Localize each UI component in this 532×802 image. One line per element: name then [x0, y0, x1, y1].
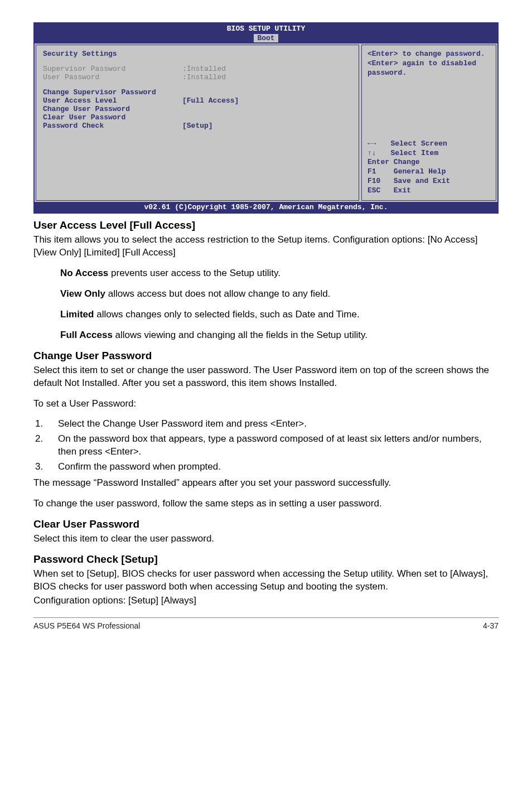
password-check-body: When set to [Setup], BIOS checks for use…	[33, 568, 499, 593]
change-supervisor-password-item: Change Supervisor Password	[43, 88, 352, 96]
clear-user-password-heading: Clear User Password	[33, 518, 499, 530]
user-access-level-row: User Access Level [Full Access]	[43, 96, 352, 105]
bios-footer: v02.61 (C)Copyright 1985-2007, American …	[35, 202, 497, 212]
key-change: Enter Change	[367, 158, 490, 167]
help-text-2: <Enter> again to disabled password.	[367, 59, 490, 78]
user-access-level-label: User Access Level	[43, 96, 182, 105]
security-settings-heading: Security Settings	[43, 50, 352, 58]
supervisor-password-row: Supervisor Password :Installed	[43, 65, 352, 73]
supervisor-password-label: Supervisor Password	[43, 65, 182, 73]
bios-title: BIOS SETUP UTILITY	[35, 23, 497, 34]
arrows-lr-icon: ←→	[367, 139, 378, 149]
password-installed-msg: The message “Password Installed” appears…	[33, 477, 499, 490]
page-footer: ASUS P5E64 WS Professional 4-37	[33, 617, 499, 630]
help-text-1: <Enter> to change password.	[367, 50, 490, 59]
to-set-user-password: To set a User Password:	[33, 398, 499, 410]
full-access-desc: Full Access allows viewing and changing …	[60, 329, 499, 342]
no-access-desc: No Access prevents user access to the Se…	[60, 267, 499, 280]
user-password-value: :Installed	[182, 73, 226, 81]
limited-desc: Limited allows changes only to selected …	[60, 308, 499, 321]
bios-tab-boot: Boot	[254, 34, 278, 42]
arrows-ud-icon: ↑↓	[367, 149, 378, 158]
footer-right: 4-37	[483, 621, 499, 630]
user-access-level-body: This item allows you to select the acces…	[33, 234, 499, 259]
change-user-password-heading: Change User Password	[33, 350, 499, 362]
supervisor-password-value: :Installed	[182, 65, 226, 73]
password-check-label: Password Check	[43, 122, 182, 130]
bios-panel: BIOS SETUP UTILITY Boot Security Setting…	[33, 22, 499, 214]
user-access-level-heading: User Access Level [Full Access]	[33, 219, 499, 231]
bios-left-pane: Security Settings Supervisor Password :I…	[36, 45, 359, 201]
key-save-exit: F10 Save and Exit	[367, 177, 490, 186]
to-change-user-password: To change the user password, follow the …	[33, 497, 499, 510]
password-check-value: [Setup]	[182, 122, 213, 130]
clear-user-password-body: Select this item to clear the user passw…	[33, 533, 499, 545]
password-check-config: Configuration options: [Setup] [Always]	[33, 595, 499, 607]
bios-right-pane: <Enter> to change password. <Enter> agai…	[361, 45, 496, 201]
step-3: Confirm the password when prompted.	[46, 461, 499, 474]
user-password-label: User Password	[43, 73, 182, 81]
steps-list: Select the Change User Password item and…	[33, 418, 499, 474]
user-password-row: User Password :Installed	[43, 73, 352, 81]
key-exit: ESC Exit	[367, 186, 490, 196]
password-check-heading: Password Check [Setup]	[33, 553, 499, 566]
user-access-level-value: [Full Access]	[182, 96, 239, 105]
change-user-password-item: Change User Password	[43, 105, 352, 113]
key-general-help: F1 General Help	[367, 167, 490, 177]
clear-user-password-item: Clear User Password	[43, 113, 352, 122]
password-check-row: Password Check [Setup]	[43, 122, 352, 130]
key-select-item: ↑↓ Select Item	[367, 149, 490, 158]
step-2: On the password box that appears, type a…	[46, 433, 499, 458]
bios-tab-row: Boot	[35, 34, 497, 44]
step-1: Select the Change User Password item and…	[46, 418, 499, 431]
view-only-desc: View Only allows access but does not all…	[60, 288, 499, 301]
key-select-screen: ←→ Select Screen	[367, 139, 490, 149]
change-user-password-body: Select this item to set or change the us…	[33, 364, 499, 390]
footer-left: ASUS P5E64 WS Professional	[33, 621, 140, 630]
